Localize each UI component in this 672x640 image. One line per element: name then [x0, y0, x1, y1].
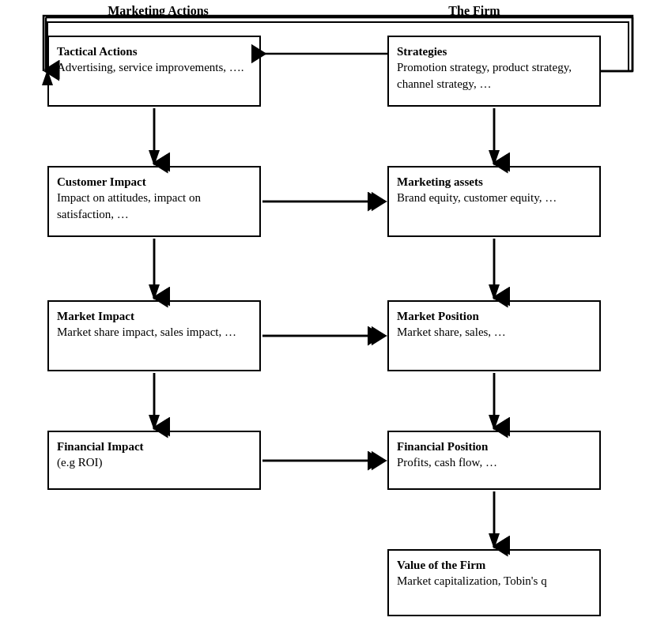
marketing-assets-body: Brand equity, customer equity, … — [397, 191, 557, 204]
value-firm-title: Value of the Firm — [397, 557, 591, 573]
header-marketing-actions: Marketing Actions — [47, 4, 269, 18]
financial-impact-body: (e.g ROI) — [57, 456, 102, 469]
box-customer-impact: Customer Impact Impact on attitudes, imp… — [47, 166, 261, 237]
diagram-container: Marketing Actions The Firm Tactical Acti… — [0, 0, 672, 640]
strategies-body: Promotion strategy, product strategy, ch… — [397, 61, 572, 89]
box-strategies: Strategies Promotion strategy, product s… — [387, 36, 601, 107]
financial-position-body: Profits, cash flow, … — [397, 456, 497, 469]
marketing-assets-title: Marketing assets — [397, 174, 591, 190]
market-impact-title: Market Impact — [57, 308, 251, 324]
customer-impact-title: Customer Impact — [57, 174, 251, 190]
box-value-firm: Value of the Firm Market capitalization,… — [387, 549, 601, 616]
box-marketing-assets: Marketing assets Brand equity, customer … — [387, 166, 601, 237]
financial-impact-title: Financial Impact — [57, 439, 251, 454]
market-position-title: Market Position — [397, 308, 591, 324]
box-market-position: Market Position Market share, sales, … — [387, 300, 601, 371]
box-tactical-actions: Tactical Actions Advertising, service im… — [47, 36, 261, 107]
box-financial-position: Financial Position Profits, cash flow, … — [387, 431, 601, 490]
customer-impact-body: Impact on attitudes, impact on satisfact… — [57, 191, 201, 220]
market-impact-body: Market share impact, sales impact, … — [57, 326, 236, 338]
header-marketing-actions-label: Marketing Actions — [108, 4, 209, 17]
header-the-firm-label: The Firm — [448, 4, 500, 17]
box-market-impact: Market Impact Market share impact, sales… — [47, 300, 261, 371]
tactical-title: Tactical Actions — [57, 43, 251, 59]
header-the-firm: The Firm — [395, 4, 553, 18]
market-position-body: Market share, sales, … — [397, 326, 506, 338]
tactical-body: Advertising, service improvements, …. — [57, 61, 244, 73]
box-financial-impact: Financial Impact (e.g ROI) — [47, 431, 261, 490]
financial-position-title: Financial Position — [397, 439, 591, 454]
value-firm-body: Market capitalization, Tobin's q — [397, 574, 547, 587]
strategies-title: Strategies — [397, 43, 591, 59]
